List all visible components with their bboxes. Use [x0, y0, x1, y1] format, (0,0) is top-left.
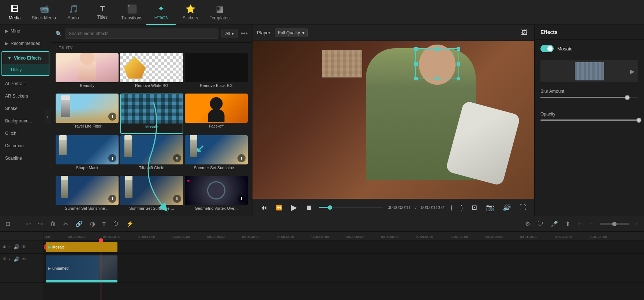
effect-item-geo-vortex[interactable]: ♥ ⬇ Geometric Vortex Ove... — [185, 176, 248, 215]
sidebar-item-ar-stickers[interactable]: AR Stickers — [0, 90, 51, 102]
handle-tr[interactable] — [457, 47, 460, 51]
mask-button[interactable]: ◑ — [89, 219, 96, 228]
handle-mr[interactable] — [457, 62, 460, 66]
timeline-section: ⊞ ↩ ↪ 🗑 ✂ 🔗 ◑ T ⏱ ⚡ ⚙ 🛡 🎤 ⬆ ⊢ − + ① + — [0, 216, 644, 300]
sidebar-item-distortion[interactable]: Distortion — [0, 140, 51, 152]
toolbar-item-titles[interactable]: T Titles — [88, 0, 117, 25]
stop-button[interactable]: ⏹ — [304, 203, 315, 212]
play-button[interactable]: ▶ — [289, 202, 299, 213]
track-add-button-1[interactable]: + — [8, 244, 11, 250]
undo-button[interactable]: ↩ — [25, 219, 32, 228]
time-total: 00:00:11:02 — [421, 205, 444, 210]
track-row-2: ▶ unnamed — [44, 254, 644, 283]
effect-item-summer1[interactable]: ↙ ⬇ Summer Set Sunshine ... — [185, 135, 248, 174]
video-background — [252, 41, 534, 199]
sidebar-item-shake[interactable]: Shake — [0, 102, 51, 115]
step-back-button[interactable]: ⏮ — [258, 203, 269, 212]
effect-thumb-remove-black — [185, 53, 248, 82]
fullscreen-button[interactable]: ⛶ — [517, 203, 528, 212]
collapse-panel-button[interactable]: ‹ — [44, 110, 51, 124]
handle-bm[interactable] — [435, 77, 439, 80]
speed-button[interactable]: ⚡ — [125, 219, 135, 228]
zoom-in-button[interactable]: + — [634, 220, 640, 228]
split-button[interactable]: ⊢ — [576, 219, 584, 228]
effect-item-shape-mask[interactable]: ⬇ Shape Mask — [56, 135, 119, 174]
filter-button[interactable]: All ▾ — [221, 29, 238, 38]
clip-video[interactable]: ▶ unnamed — [46, 255, 117, 281]
effect-toggle[interactable] — [540, 45, 554, 52]
effect-item-mosaic[interactable]: Mosaic — [120, 94, 183, 134]
effect-item-face-off[interactable]: Face-off — [185, 94, 248, 134]
frame-back-button[interactable]: ⏪ — [274, 204, 284, 211]
timer-button[interactable]: ⏱ — [112, 220, 120, 228]
handle-br[interactable] — [457, 77, 460, 80]
zoom-slider-thumb[interactable] — [612, 222, 617, 226]
toolbar-item-audio[interactable]: 🎵 Audio — [59, 0, 88, 25]
sidebar-item-ai-portrait[interactable]: AI Portrait — [0, 77, 51, 90]
preview-arrow-icon[interactable]: ▶ — [630, 68, 634, 75]
handle-tm[interactable] — [435, 47, 439, 51]
mark-out-button[interactable]: } — [459, 204, 465, 211]
crop-button[interactable]: ⊡ — [469, 203, 479, 212]
sidebar-item-recommended[interactable]: ▶ Recommended — [0, 37, 51, 50]
snapshot-button[interactable]: 📷 — [484, 203, 496, 212]
player-screen — [252, 41, 534, 199]
effect-item-remove-black-bg[interactable]: Remove Black BG — [185, 53, 248, 92]
zoom-slider-track[interactable] — [600, 223, 629, 225]
ruler-mark-15: 00:01:15:00 — [555, 235, 572, 239]
sidebar-item-mine[interactable]: ▶ Mine — [0, 25, 51, 37]
more-options-button[interactable]: ••• — [241, 30, 248, 38]
toolbar-item-templates[interactable]: ▦ Templates — [205, 0, 234, 25]
zoom-out-button[interactable]: − — [589, 220, 594, 228]
progress-bar[interactable] — [319, 207, 383, 208]
blur-amount-thumb[interactable] — [625, 95, 630, 100]
sidebar-item-background[interactable]: Background ... — [0, 115, 51, 127]
effect-item-tilt-shift[interactable]: ⬇ Tilt-shift Circle — [120, 135, 183, 174]
export-button[interactable]: ⬆ — [564, 219, 571, 228]
timeline-cursor[interactable] — [101, 240, 101, 300]
protect-button[interactable]: 🛡 — [536, 220, 544, 228]
track-add-button-2[interactable]: + — [8, 257, 11, 262]
effect-item-summer3[interactable]: ⬇ Summer Set Sunshine ... — [120, 176, 183, 215]
toolbar-item-stickers[interactable]: ⭐ Stickers — [176, 0, 205, 25]
mic-button[interactable]: 🎤 — [550, 219, 559, 228]
delete-button[interactable]: 🗑 — [49, 220, 57, 228]
track-audio-button-2[interactable]: 🔊 — [14, 257, 19, 262]
audio-detach-button[interactable]: 🔗 — [74, 219, 84, 228]
sidebar-item-video-effects[interactable]: ▼ Video Effects — [2, 52, 49, 64]
track-visible-button-1[interactable]: 👁 — [22, 244, 26, 250]
handle-bl[interactable] — [414, 77, 418, 80]
text-button[interactable]: T — [101, 220, 107, 228]
render-settings-button[interactable]: ⚙ — [524, 219, 531, 228]
redo-button[interactable]: ↪ — [37, 219, 44, 228]
blur-amount-slider-track[interactable] — [540, 97, 638, 98]
handle-ml[interactable] — [414, 62, 418, 66]
opacity-thumb[interactable] — [636, 118, 641, 123]
effect-item-beautify[interactable]: Beautify — [56, 53, 119, 92]
handle-tl[interactable] — [414, 47, 418, 51]
timeline-scroll-area[interactable]: 00:00 00:00:05:00 00:00:10:00 00:00:15:0… — [44, 232, 644, 300]
effect-item-summer2[interactable]: ⬇ Summer Set Sunshine ... — [56, 176, 119, 215]
track-num-1: ① — [3, 245, 6, 249]
toolbar-item-transitions[interactable]: ⬛ Transitions — [117, 0, 146, 25]
ruler-mark-4: 00:00:20:00 — [172, 235, 190, 239]
toolbar-item-effects[interactable]: ✦ Effects — [146, 0, 176, 25]
quality-select[interactable]: Full Quality ▾ — [275, 29, 308, 37]
cut-button[interactable]: ✂ — [62, 219, 69, 228]
toolbar-item-media[interactable]: 🎞 Media — [0, 0, 29, 25]
player-settings-button[interactable]: 🖼 — [519, 28, 530, 37]
sidebar-item-scanline[interactable]: Scanline — [0, 152, 51, 164]
toolbar-item-stock-media[interactable]: 📹 Stock Media — [29, 0, 59, 25]
track-audio-button-1[interactable]: 🔊 — [14, 244, 19, 250]
effect-item-remove-white-bg[interactable]: Remove White BG — [120, 53, 183, 92]
clip-mosaic[interactable]: ▶ Mosaic — [46, 242, 117, 252]
grid-button[interactable]: ⊞ — [4, 219, 11, 228]
effect-item-travel-life[interactable]: ⬇ Travel Life Filter — [56, 94, 119, 134]
sidebar-item-glitch[interactable]: Glitch — [0, 127, 51, 140]
opacity-slider-track[interactable] — [540, 119, 638, 121]
search-input[interactable] — [65, 29, 218, 39]
volume-button[interactable]: 🔊 — [501, 203, 513, 212]
track-visible-button-2[interactable]: 👁 — [22, 257, 26, 262]
mark-in-button[interactable]: { — [449, 204, 455, 211]
sidebar-item-utility[interactable]: Utility — [2, 64, 49, 75]
